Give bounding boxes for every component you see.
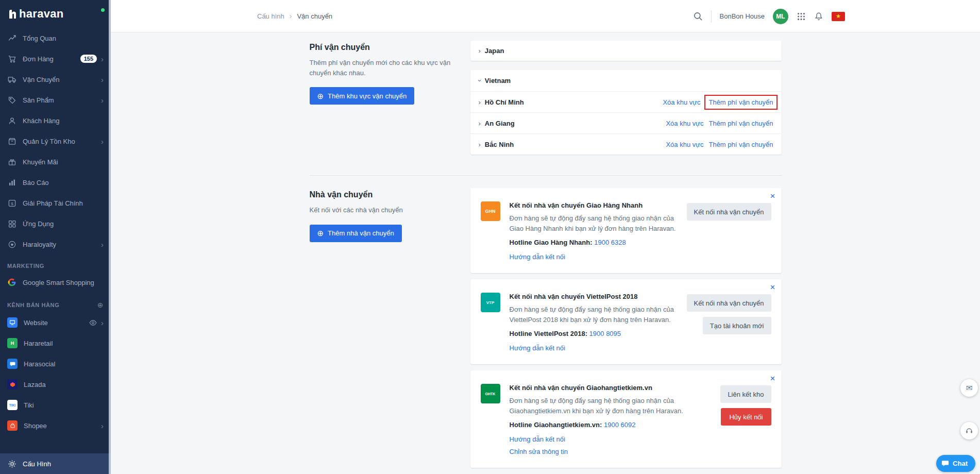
chevron-right-icon: › xyxy=(101,422,104,430)
visibility-eye-icon[interactable] xyxy=(89,319,97,327)
connection-guide-link[interactable]: Hướng dẫn kết nối xyxy=(510,344,565,352)
connection-guide-link[interactable]: Hướng dẫn kết nối xyxy=(510,435,565,443)
tiki-channel-icon: TIKI xyxy=(7,400,18,410)
sidebar-item-label: Shopee xyxy=(24,422,101,430)
breadcrumb-parent[interactable]: Cấu hình xyxy=(257,12,284,20)
connection-guide-link[interactable]: Hướng dẫn kết nối xyxy=(510,253,565,261)
sidebar-item-don-hang[interactable]: Đơn Hàng 155 › xyxy=(0,48,111,69)
add-shipping-zone-button[interactable]: ⊕ Thêm khu vực vận chuyển xyxy=(310,87,415,105)
delete-zone-link[interactable]: Xóa khu vực xyxy=(663,98,700,106)
delete-zone-link[interactable]: Xóa khu vực xyxy=(666,120,703,127)
sidebar-item-khach-hang[interactable]: Khách Hàng xyxy=(0,110,111,131)
hotline-label: Hotline Giao Hàng Nhanh: xyxy=(510,239,593,246)
plus-circle-icon: ⊕ xyxy=(317,92,324,100)
sidebar-section-marketing: MARKETING xyxy=(0,255,111,272)
sidebar-item-google-smart-shopping[interactable]: Google Smart Shopping xyxy=(0,272,111,293)
add-shipping-fee-link[interactable]: Thêm phí vận chuyển xyxy=(708,98,773,106)
zone-vietnam-group: › Vietnam › Hồ Chí Minh Xóa khu vực Thêm… xyxy=(470,70,782,155)
sidebar-item-cau-hinh[interactable]: Cấu Hình xyxy=(0,453,111,474)
delete-zone-link[interactable]: Xóa khu vực xyxy=(666,141,703,148)
add-carrier-button[interactable]: ⊕ Thêm nhà vận chuyển xyxy=(310,225,402,242)
shipping-fees-description: Thêm phí vận chuyển mới cho các khu vực … xyxy=(310,58,457,78)
hotline-number[interactable]: 1900 6092 xyxy=(604,421,635,429)
sidebar-item-khuyen-mai[interactable]: Khuyến Mãi xyxy=(0,151,111,172)
sidebar-item-label: Ứng Dụng xyxy=(23,220,104,228)
link-warehouse-button[interactable]: Liên kết kho xyxy=(720,385,771,403)
sidebar-item-tiki[interactable]: TIKI Tiki xyxy=(0,395,111,415)
zone-name: Japan xyxy=(485,47,504,55)
search-icon[interactable] xyxy=(693,11,703,21)
sidebar-item-ung-dung[interactable]: Ứng Dụng xyxy=(0,213,111,234)
sidebar-item-san-pham[interactable]: Sản Phẩm › xyxy=(0,90,111,110)
apps-grid-icon xyxy=(7,219,16,228)
close-icon[interactable]: × xyxy=(770,283,775,292)
haravan-logo-icon xyxy=(8,9,17,19)
viettelpost-logo: VTP xyxy=(481,293,500,312)
sidebar-scrollbar[interactable] xyxy=(109,0,111,474)
disconnect-button[interactable]: Hủy kết nối xyxy=(721,408,771,426)
chevron-right-icon: › xyxy=(479,120,481,127)
region-name: Hồ Chí Minh xyxy=(485,98,524,106)
zone-japan[interactable]: › Japan xyxy=(470,41,782,61)
chat-bubble-icon xyxy=(941,460,949,467)
hotline-number[interactable]: 1900 6328 xyxy=(594,239,626,246)
sidebar-item-quan-ly-ton-kho[interactable]: Quản Lý Tồn Kho › xyxy=(0,131,111,151)
connect-carrier-button[interactable]: Kết nối nhà vận chuyển xyxy=(687,203,771,221)
svg-text:$: $ xyxy=(11,201,13,206)
sidebar-item-bao-cao[interactable]: Báo Cáo xyxy=(0,172,111,193)
vietnam-flag-icon[interactable]: ★ xyxy=(832,12,845,21)
overview-chart-icon xyxy=(7,33,16,43)
sidebar-item-website[interactable]: Website › xyxy=(0,312,111,333)
topbar-actions: BonBon House ML ★ xyxy=(693,0,845,32)
avatar[interactable]: ML xyxy=(773,9,788,24)
orders-count-badge: 155 xyxy=(80,55,97,63)
carrier-description: Đơn hàng sẽ tự động đẩy sang hệ thống gi… xyxy=(510,396,689,416)
hotline-number[interactable]: 1900 8095 xyxy=(589,330,621,337)
add-shipping-fee-link[interactable]: Thêm phí vận chuyển xyxy=(708,120,773,127)
region-name: Bắc Ninh xyxy=(485,141,514,148)
support-headset-button[interactable] xyxy=(960,422,978,439)
connect-carrier-button[interactable]: Kết nối nhà vận chuyển xyxy=(687,294,771,312)
edit-info-link[interactable]: Chỉnh sửa thông tin xyxy=(510,448,568,455)
add-shipping-fee-link[interactable]: Thêm phí vận chuyển xyxy=(708,141,773,148)
chat-launcher-button[interactable]: Chat xyxy=(936,455,975,472)
region-toggle[interactable]: › Bắc Ninh xyxy=(479,141,514,148)
close-icon[interactable]: × xyxy=(770,374,775,383)
shipping-fees-title: Phí vận chuyển xyxy=(310,43,457,52)
chevron-right-icon: › xyxy=(101,55,104,63)
sidebar-item-haraloyalty[interactable]: Haraloyalty › xyxy=(0,234,111,255)
apps-launcher-icon[interactable] xyxy=(797,12,806,21)
region-toggle[interactable]: › Hồ Chí Minh xyxy=(479,98,524,106)
sidebar-item-tong-quan[interactable]: Tổng Quan xyxy=(0,28,111,48)
sidebar-item-lazada[interactable]: Lazada xyxy=(0,374,111,395)
sidebar-item-hararetail[interactable]: H Hararetail xyxy=(0,333,111,353)
sidebar-item-giai-phap-tai-chinh[interactable]: $ Giải Pháp Tài Chính xyxy=(0,193,111,213)
haravan-logo[interactable]: haravan xyxy=(0,0,111,28)
sidebar-item-shopee[interactable]: Shopee › xyxy=(0,415,111,436)
feedback-mail-button[interactable]: ✉ xyxy=(960,379,978,397)
carriers-section: Nhà vận chuyển Kết nối với các nhà vận c… xyxy=(310,188,782,474)
region-row-an-giang: › An Giang Xóa khu vực Thêm phí vận chuy… xyxy=(470,112,782,133)
finance-dollar-icon: $ xyxy=(7,198,16,208)
chevron-right-icon: › xyxy=(479,141,481,148)
sidebar-item-label: Google Smart Shopping xyxy=(23,279,104,286)
carrier-card-ghtk: × GHTK Kết nối nhà vận chuyển Giaohangti… xyxy=(470,370,782,468)
chat-label: Chat xyxy=(953,460,968,467)
chevron-right-icon: › xyxy=(101,241,104,248)
store-name[interactable]: BonBon House xyxy=(720,12,765,20)
add-channel-icon[interactable]: ⊕ xyxy=(97,301,104,309)
close-icon[interactable]: × xyxy=(770,192,775,200)
sidebar-item-van-chuyen[interactable]: Vận Chuyển › xyxy=(0,69,111,90)
plus-circle-icon: ⊕ xyxy=(317,229,324,237)
channels-header-label: KÊNH BÁN HÀNG xyxy=(7,302,59,308)
chevron-down-icon: › xyxy=(476,79,483,81)
create-account-button[interactable]: Tạo tài khoản mới xyxy=(703,317,771,334)
region-row-bac-ninh: › Bắc Ninh Xóa khu vực Thêm phí vận chuy… xyxy=(470,133,782,155)
zone-vietnam[interactable]: › Vietnam xyxy=(470,70,782,91)
sidebar-item-harasocial[interactable]: Harasocial xyxy=(0,353,111,374)
notifications-bell-icon[interactable] xyxy=(814,12,823,21)
shipping-fees-section: Phí vận chuyển Thêm phí vận chuyển mới c… xyxy=(310,41,782,155)
sidebar-section-channels: KÊNH BÁN HÀNG ⊕ xyxy=(0,293,111,312)
region-toggle[interactable]: › An Giang xyxy=(479,120,515,127)
google-icon xyxy=(7,278,16,287)
